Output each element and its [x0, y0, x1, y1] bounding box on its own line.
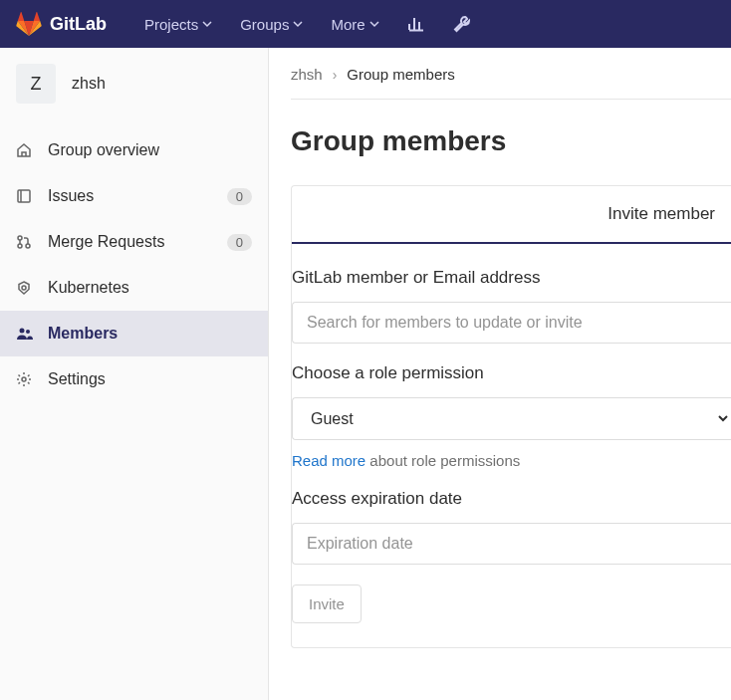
svg-point-2	[18, 244, 22, 248]
sidebar-item-label: Kubernetes	[48, 279, 129, 297]
sidebar-item-label: Merge Requests	[48, 233, 164, 251]
sidebar-group-header[interactable]: Z zhsh	[0, 48, 268, 119]
chevron-down-icon	[369, 19, 379, 29]
sidebar-item-label: Members	[48, 325, 118, 343]
sidebar-item-kubernetes[interactable]: Kubernetes	[0, 265, 268, 311]
sidebar-item-settings[interactable]: Settings	[0, 356, 268, 402]
gitlab-logo[interactable]: GitLab	[16, 11, 107, 37]
svg-point-6	[26, 330, 30, 334]
page-title: Group members	[291, 125, 731, 157]
role-select[interactable]: Guest	[292, 397, 731, 440]
expiration-label: Access expiration date	[292, 489, 731, 509]
breadcrumb-root[interactable]: zhsh	[291, 66, 323, 83]
breadcrumb: zhsh › Group members	[291, 66, 731, 100]
gitlab-tanuki-icon	[16, 11, 42, 37]
nav-projects[interactable]: Projects	[134, 8, 222, 41]
members-icon	[16, 325, 34, 343]
group-avatar: Z	[16, 64, 56, 104]
admin-icon-button[interactable]	[443, 7, 481, 41]
read-more-link[interactable]: Read more	[292, 452, 366, 469]
sidebar-item-issues[interactable]: Issues 0	[0, 173, 268, 219]
merge-icon	[16, 234, 34, 250]
nav-more[interactable]: More	[321, 8, 388, 41]
breadcrumb-current: Group members	[347, 66, 454, 83]
tab-invite-member[interactable]: Invite member	[292, 186, 731, 244]
sidebar-item-label: Group overview	[48, 141, 159, 159]
mr-badge: 0	[227, 234, 252, 251]
expiration-input[interactable]	[292, 523, 731, 565]
issues-icon	[16, 188, 34, 204]
issues-badge: 0	[227, 188, 252, 205]
svg-rect-0	[18, 190, 30, 202]
chevron-down-icon	[202, 19, 212, 29]
sidebar-item-overview[interactable]: Group overview	[0, 127, 268, 173]
svg-point-3	[26, 244, 30, 248]
home-icon	[16, 142, 34, 158]
svg-point-5	[20, 329, 25, 334]
svg-point-4	[22, 286, 26, 290]
gear-icon	[16, 371, 34, 387]
wrench-icon	[453, 15, 471, 33]
invite-button[interactable]: Invite	[292, 584, 362, 623]
member-search-input[interactable]	[292, 302, 731, 344]
role-label: Choose a role permission	[292, 363, 731, 383]
group-name: zhsh	[72, 75, 106, 93]
svg-point-1	[18, 236, 22, 240]
sidebar-item-label: Settings	[48, 370, 106, 388]
svg-point-7	[22, 377, 26, 381]
kubernetes-icon	[16, 280, 34, 296]
sidebar: Z zhsh Group overview Issues 0 Merge Req…	[0, 48, 269, 700]
nav-groups[interactable]: Groups	[230, 8, 313, 41]
brand-text: GitLab	[50, 14, 107, 35]
chart-icon	[407, 15, 425, 33]
sidebar-item-label: Issues	[48, 187, 94, 205]
sidebar-item-members[interactable]: Members	[0, 311, 268, 356]
chevron-right-icon: ›	[333, 67, 338, 83]
activity-icon-button[interactable]	[397, 7, 435, 41]
member-label: GitLab member or Email address	[292, 268, 731, 288]
chevron-down-icon	[293, 19, 303, 29]
sidebar-item-merge-requests[interactable]: Merge Requests 0	[0, 219, 268, 265]
role-help-text: Read more about role permissions	[292, 452, 731, 469]
